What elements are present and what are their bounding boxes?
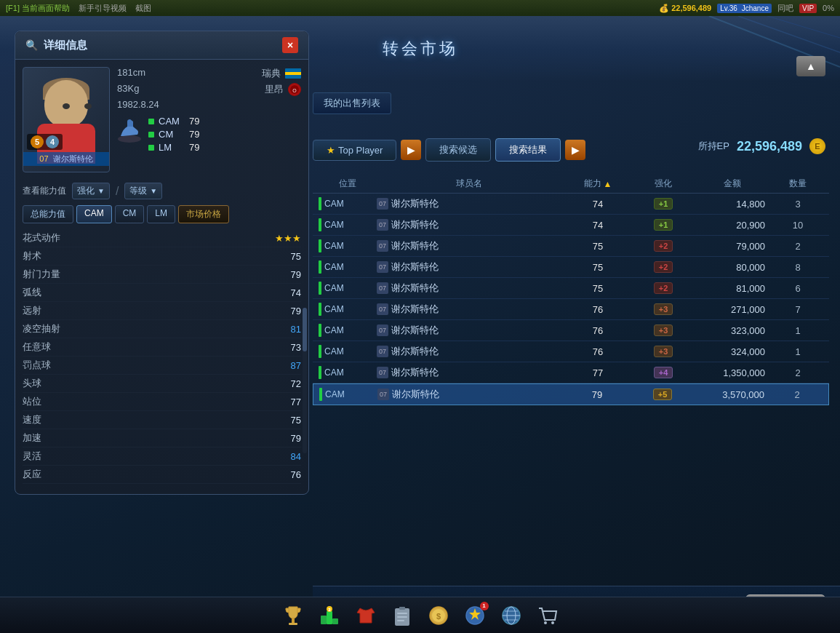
my-list-tab[interactable]: 我的出售列表 <box>313 92 391 114</box>
player-badge: 07 <box>377 240 388 252</box>
enhance-dropdown[interactable]: 强化 ▼ <box>72 183 110 199</box>
market-title: 转会市场 <box>383 38 458 60</box>
cell-position: CAM <box>319 218 377 231</box>
vip-badge: VIP <box>799 4 817 13</box>
pos-label: CAM <box>324 199 344 209</box>
cell-count: 2 <box>772 367 823 378</box>
table-row[interactable]: CAM 07 谢尔斯特伦 75 +2 79,000 2 <box>313 236 829 257</box>
cell-price: 80,000 <box>692 262 772 273</box>
player-name: 谢尔斯特伦 <box>391 197 439 210</box>
cell-count: 2 <box>772 389 823 400</box>
cell-name: 07 谢尔斯特伦 <box>377 260 561 274</box>
ep-label: 所持EP <box>698 140 729 153</box>
stat-name: 灵活 <box>23 450 41 463</box>
stat-value: ★★★ <box>275 233 301 244</box>
taskbar-icon-club[interactable]: 1 <box>461 602 489 629</box>
pos-list: CAM 79 CM 79 LM 79 <box>148 116 199 153</box>
cell-count: 7 <box>772 304 823 315</box>
cell-position: CAM <box>319 366 377 379</box>
scrollbar-thumb[interactable] <box>303 308 307 351</box>
tab-lm[interactable]: LM <box>147 205 175 223</box>
club-info: 里昂 O <box>265 83 301 96</box>
table-row[interactable]: CAM 07 谢尔斯特伦 76 +3 324,000 1 <box>313 341 829 362</box>
taskbar-icon-trophy[interactable] <box>279 602 307 629</box>
table-row[interactable]: CAM 07 谢尔斯特伦 75 +2 80,000 8 <box>313 257 829 278</box>
tab-top-player[interactable]: ★ Top Player <box>313 140 396 161</box>
stat-value: 76 <box>291 469 301 480</box>
cell-name: 07 谢尔斯特伦 <box>377 303 561 316</box>
svg-text:$: $ <box>436 612 440 621</box>
cell-ability: 76 <box>561 304 634 315</box>
col-position: 位置 <box>319 178 377 190</box>
table-row[interactable]: CAM 07 谢尔斯特伦 76 +3 271,000 7 <box>313 299 829 320</box>
enhance-badge: +3 <box>654 303 673 315</box>
taskbar-icon-podium[interactable]: 2 3 <box>316 602 343 629</box>
head <box>44 80 88 127</box>
pos-label: CAM <box>324 283 344 293</box>
stat-row: 任意球 73 <box>23 338 301 357</box>
table-row[interactable]: CAM 07 谢尔斯特伦 77 +4 1,350,000 2 <box>313 362 829 383</box>
results-table: 位置 球员名 能力 ▲ 强化 金额 数量 CAM 07 谢尔斯特伦 74 +1 … <box>313 175 829 582</box>
tab-total-ability[interactable]: 总能力值 <box>23 205 73 223</box>
screenshot-btn[interactable]: 截图 <box>135 3 151 14</box>
close-button[interactable]: × <box>282 37 298 53</box>
cell-name: 07 谢尔斯特伦 <box>377 282 561 295</box>
table-row[interactable]: CAM 07 谢尔斯特伦 75 +2 81,000 6 <box>313 278 829 299</box>
cell-enhance: +1 <box>634 219 692 231</box>
cell-position: CAM <box>319 260 377 274</box>
stats-controls: 查看能力值 强化 ▼ / 等级 ▼ <box>23 183 301 199</box>
rating-circle-a: 5 <box>31 135 44 148</box>
tab-arrow-1[interactable]: ▶ <box>401 140 421 160</box>
taskbar-icon-shirt[interactable] <box>352 602 380 629</box>
col-name: 球员名 <box>377 178 561 190</box>
scroll-button[interactable]: ▲ <box>796 56 825 76</box>
ep-coin-icon: E <box>809 138 825 154</box>
help-btn[interactable]: [F1] 当前画面帮助 <box>6 3 70 14</box>
stat-row: 反应 76 <box>23 466 301 484</box>
guild-label: 同吧 <box>777 3 793 14</box>
player-name-badge: 07 谢尔斯特伦 <box>23 152 109 166</box>
taskbar-icon-globe[interactable] <box>497 602 525 629</box>
stat-name: 加速 <box>23 431 41 445</box>
tab-cm[interactable]: CM <box>115 205 145 223</box>
cell-enhance: +3 <box>634 303 692 315</box>
guide-btn[interactable]: 新手引导视频 <box>79 3 127 14</box>
taskbar-icon-cart[interactable] <box>534 602 561 629</box>
tab-arrow-2[interactable]: ▶ <box>565 140 585 160</box>
cell-name: 07 谢尔斯特伦 <box>377 239 561 252</box>
cell-enhance: +4 <box>634 367 692 378</box>
stat-row: 射门力量 79 <box>23 266 301 284</box>
player-badge: 07 <box>377 325 388 336</box>
taskbar-icon-coin[interactable]: $ <box>425 602 452 629</box>
cell-count: 3 <box>772 199 823 210</box>
tab-search-results[interactable]: 搜索结果 <box>495 138 561 162</box>
cell-position: CAM <box>319 388 377 401</box>
cell-count: 8 <box>772 262 823 273</box>
pos-indicator <box>319 324 321 337</box>
detail-header: 🔍 详细信息 × <box>15 31 308 60</box>
main-area: 转会市场 ▲ 我的出售列表 ★ Top Player ▶ 搜索候选 搜索结果 ▶… <box>0 16 840 633</box>
table-row[interactable]: CAM 07 谢尔斯特伦 74 +1 20,900 10 <box>313 215 829 236</box>
col-price: 金额 <box>692 178 772 190</box>
table-row[interactable]: CAM 07 谢尔斯特伦 76 +3 323,000 1 <box>313 320 829 341</box>
tabs-row: ★ Top Player ▶ 搜索候选 搜索结果 ▶ <box>313 138 585 162</box>
tab-search-pick[interactable]: 搜索候选 <box>425 138 491 162</box>
pos-indicator <box>319 388 322 401</box>
tab-market-price[interactable]: 市场价格 <box>178 205 229 223</box>
table-row[interactable]: CAM 07 谢尔斯特伦 79 +5 3,570,000 2 <box>313 383 829 405</box>
scrollbar[interactable] <box>303 308 307 453</box>
pos-indicator <box>319 239 321 252</box>
level-dropdown[interactable]: 等级 ▼ <box>124 183 162 199</box>
stat-name: 头球 <box>23 377 41 390</box>
cell-name: 07 谢尔斯特伦 <box>377 197 561 210</box>
stat-name: 速度 <box>23 413 41 426</box>
flag-icon <box>285 68 301 79</box>
club-badge: O <box>288 83 301 96</box>
tab-cam[interactable]: CAM <box>76 205 112 223</box>
taskbar-icon-clipboard[interactable] <box>388 602 416 629</box>
table-row[interactable]: CAM 07 谢尔斯特伦 74 +1 14,800 3 <box>313 194 829 215</box>
col-ability[interactable]: 能力 ▲ <box>561 178 634 190</box>
pos-item-cm: CM 79 <box>148 129 199 140</box>
pos-indicator <box>319 218 321 231</box>
stat-value: 81 <box>291 324 301 335</box>
